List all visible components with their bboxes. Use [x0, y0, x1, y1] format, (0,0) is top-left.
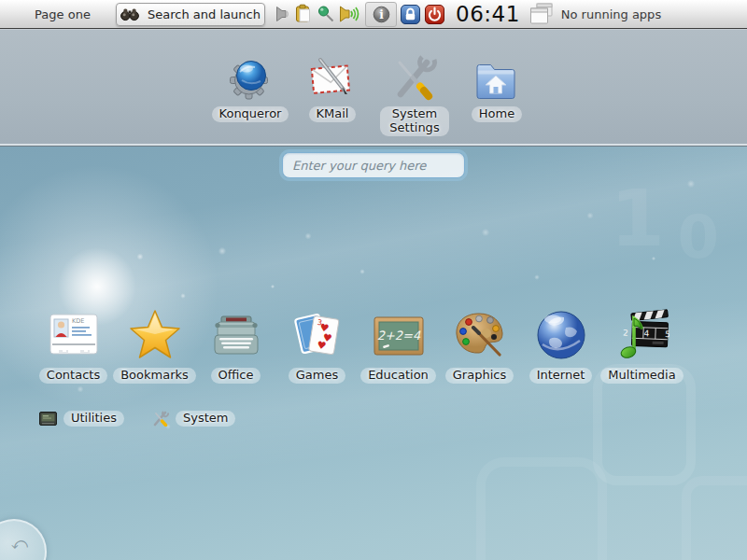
search-and-launch-button[interactable]: Search and launch: [116, 3, 265, 26]
category-label: Graphics: [445, 368, 514, 384]
system-tools-icon: [152, 411, 169, 427]
task-manager-label: No running apps: [561, 7, 661, 21]
desktop-wallpaper: 1 0 KDE Contacts: [0, 147, 747, 560]
system-tray: i 06:41: [272, 0, 661, 28]
category-multimedia[interactable]: 2 4 5 Multimedia: [601, 303, 683, 384]
office-typewriter-icon: [210, 303, 262, 361]
category-row: KDE Contacts: [33, 303, 683, 384]
category-games[interactable]: 3 ♥ ♥ ♥ Games: [276, 303, 358, 384]
top-panel: Page one Search and launch: [0, 0, 747, 29]
education-chalkboard-icon: 2+2=4: [372, 303, 426, 361]
kmail-icon: [308, 53, 357, 102]
clipboard-klipper-icon[interactable]: [293, 4, 314, 24]
svg-text:KDE: KDE: [72, 317, 84, 325]
category-label: System: [176, 411, 235, 427]
category-bookmarks[interactable]: Bookmarks: [114, 303, 195, 384]
category-label: Multimedia: [600, 368, 683, 384]
svg-text:i: i: [379, 8, 384, 21]
lock-screen-icon[interactable]: [400, 4, 421, 25]
favorite-label: System Settings: [380, 106, 449, 136]
konqueror-icon: [227, 53, 274, 102]
home-folder-icon: [473, 53, 520, 102]
muted-speaker-icon[interactable]: [272, 5, 290, 23]
power-shutdown-icon[interactable]: [424, 4, 445, 25]
search-and-launch-label: Search and launch: [148, 7, 261, 21]
category-label: Utilities: [63, 411, 124, 427]
search-input[interactable]: [282, 152, 465, 178]
svg-text:2+2=4: 2+2=4: [376, 329, 420, 343]
search-box: [282, 152, 465, 178]
category-small-row: Utilities System: [39, 411, 235, 427]
favorite-konqueror[interactable]: Konqueror: [216, 53, 285, 136]
category-label: Bookmarks: [113, 368, 196, 384]
category-graphics[interactable]: Graphics: [439, 303, 520, 384]
category-internet[interactable]: Internet: [520, 303, 601, 384]
favorites-strip: Konqueror KMail: [0, 29, 747, 147]
page-label: Page one: [21, 0, 105, 28]
favorite-kmail[interactable]: KMail: [298, 53, 367, 136]
svg-text:2 4 5: 2 4 5: [622, 329, 669, 340]
games-cards-icon: 3 ♥ ♥ ♥: [292, 303, 343, 361]
utilities-icon: [39, 412, 57, 426]
category-label: Internet: [529, 368, 593, 384]
cashew-glyph-icon: ⤺: [11, 534, 28, 553]
category-utilities[interactable]: Utilities: [39, 411, 124, 427]
category-office[interactable]: Office: [195, 303, 276, 384]
favorite-label: Home: [472, 106, 522, 122]
watermark-shape: [476, 457, 607, 560]
system-settings-icon: [391, 53, 438, 102]
graphics-palette-icon: [453, 303, 507, 361]
category-label: Contacts: [39, 368, 107, 384]
category-label: Education: [360, 368, 436, 384]
digital-clock[interactable]: 06:41: [456, 2, 520, 26]
task-manager[interactable]: No running apps: [529, 2, 661, 26]
volume-icon[interactable]: [338, 4, 362, 24]
contacts-icon: KDE: [47, 303, 101, 361]
favorites-row: Konqueror KMail: [0, 53, 747, 136]
category-contacts[interactable]: KDE Contacts: [33, 303, 114, 384]
watermark-shape: [682, 476, 747, 560]
plasma-toolbox-cashew[interactable]: ⤺: [0, 519, 47, 560]
category-system[interactable]: System: [152, 411, 235, 427]
favorite-system-settings[interactable]: System Settings: [380, 53, 449, 136]
internet-globe-icon: [535, 303, 587, 361]
favorite-label: Konqueror: [212, 106, 289, 122]
category-education[interactable]: 2+2=4 Education: [358, 303, 439, 384]
favorite-home[interactable]: Home: [462, 53, 531, 136]
category-label: Office: [211, 368, 261, 384]
notifications-info-button[interactable]: i: [365, 2, 397, 27]
category-label: Games: [289, 368, 345, 384]
bookmarks-star-icon: [128, 303, 182, 361]
svg-text:♥: ♥: [316, 339, 327, 352]
windows-icon: [529, 2, 555, 26]
favorite-label: KMail: [309, 106, 357, 122]
multimedia-clapper-icon: 2 4 5: [615, 303, 669, 361]
binoculars-icon: [120, 7, 139, 21]
device-pin-icon[interactable]: [317, 5, 335, 23]
